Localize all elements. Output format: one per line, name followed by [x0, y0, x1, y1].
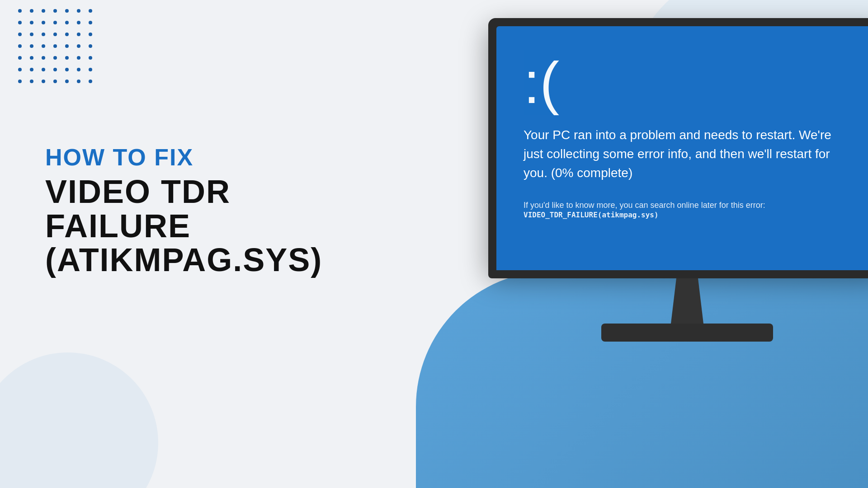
dot [65, 33, 69, 36]
dot [18, 21, 22, 24]
left-content-area: HOW TO FIX VIDEO TDR FAILURE (ATIKMPAG.S… [45, 145, 316, 277]
dot-row [18, 56, 92, 60]
dot [77, 44, 80, 48]
dot [42, 56, 45, 60]
monitor-stand-base [601, 324, 773, 342]
dot-row [18, 21, 92, 24]
bsod-search-info: If you'd like to know more, you can sear… [524, 201, 851, 220]
monitor-illustration: :( Your PC ran into a problem and needs … [488, 18, 868, 342]
dot [89, 56, 92, 60]
dot [77, 21, 80, 24]
dot [53, 80, 57, 83]
monitor-bezel: :( Your PC ran into a problem and needs … [488, 18, 868, 270]
dot [18, 80, 22, 83]
dot [65, 21, 69, 24]
dot [89, 9, 92, 13]
dot-row [18, 44, 92, 48]
bsod-sad-face: :( [524, 53, 851, 112]
dot-row [18, 68, 92, 71]
dot [42, 21, 45, 24]
bsod-screen: :( Your PC ran into a problem and needs … [496, 26, 868, 270]
dot [89, 21, 92, 24]
dot-row [18, 80, 92, 83]
dot [65, 44, 69, 48]
dot [30, 9, 33, 13]
dot [18, 33, 22, 36]
bsod-main-text: Your PC ran into a problem and needs to … [524, 126, 851, 183]
dot [77, 9, 80, 13]
dot [53, 68, 57, 71]
dot [42, 44, 45, 48]
dot [42, 80, 45, 83]
dot [30, 33, 33, 36]
dot [53, 21, 57, 24]
dot [53, 44, 57, 48]
dot [65, 68, 69, 71]
monitor-stand-neck [669, 278, 705, 324]
dot [30, 80, 33, 83]
dot [65, 56, 69, 60]
dot [89, 68, 92, 71]
dot [77, 68, 80, 71]
dot [30, 56, 33, 60]
dot [53, 56, 57, 60]
bsod-error-code: VIDEO_TDR_FAILURE(atikmpag.sys) [524, 211, 659, 219]
title-line1: VIDEO TDR FAILURE [45, 175, 316, 243]
dot [30, 68, 33, 71]
dot [18, 56, 22, 60]
dot-row [18, 33, 92, 36]
monitor-bottom-bezel [488, 270, 868, 278]
dot [77, 33, 80, 36]
dot [42, 9, 45, 13]
monitor: :( Your PC ran into a problem and needs … [488, 18, 868, 342]
dot [65, 80, 69, 83]
dot [53, 9, 57, 13]
dot [30, 21, 33, 24]
dot [77, 80, 80, 83]
dot-grid-decoration [18, 9, 92, 91]
title-line2: (ATIKMPAG.SYS) [45, 243, 316, 277]
dot [18, 9, 22, 13]
dot [42, 68, 45, 71]
dot [89, 33, 92, 36]
dot [18, 44, 22, 48]
dot [89, 44, 92, 48]
dot [65, 9, 69, 13]
dot [18, 68, 22, 71]
dot [30, 44, 33, 48]
bsod-search-label: If you'd like to know more, you can sear… [524, 201, 765, 210]
dot [77, 56, 80, 60]
how-to-fix-label: HOW TO FIX [45, 145, 316, 170]
decorative-blob-bottom-left [0, 352, 158, 488]
dot [42, 33, 45, 36]
dot [89, 80, 92, 83]
dot [53, 33, 57, 36]
main-title: VIDEO TDR FAILURE (ATIKMPAG.SYS) [45, 175, 316, 277]
dot-row [18, 9, 92, 13]
